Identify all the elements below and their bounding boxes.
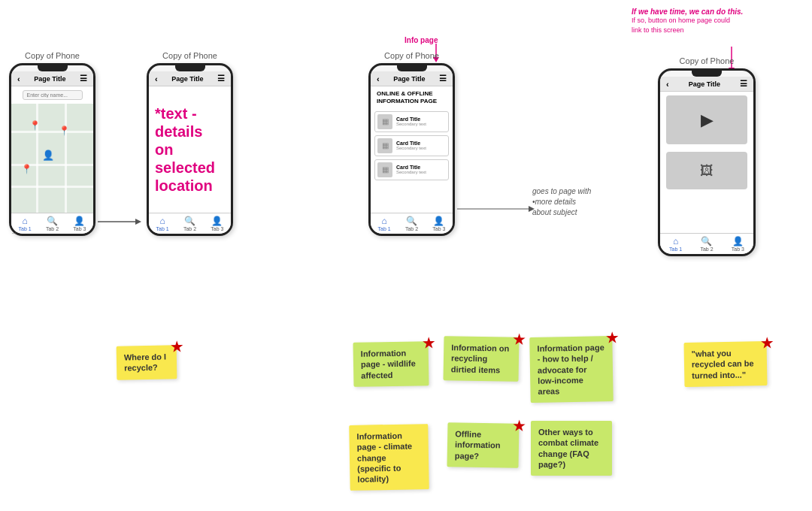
video-block[interactable]: ▶: [666, 95, 747, 144]
sticky2-text: Information page - wildlife affected: [361, 349, 416, 380]
phone3-notch: [397, 65, 427, 71]
map-pin-2[interactable]: 📍: [59, 125, 70, 136]
phone2-tab2[interactable]: 🔍 Tab 2: [183, 216, 196, 231]
phone4-title: Page Title: [689, 80, 720, 88]
phone3-tab2-label: Tab 2: [405, 226, 418, 231]
phone3-back[interactable]: ‹: [377, 74, 380, 83]
sticky-lowincome: Information page - how to help / advocat…: [529, 336, 614, 403]
sticky-offline: Offline information page? ★: [447, 422, 519, 468]
if-we-have-time-block: If we have time, we can do this. If so, …: [632, 8, 789, 35]
map-person: 👤: [42, 150, 54, 161]
phone4-menu[interactable]: ☰: [740, 79, 747, 89]
phone3-frame: ‹ Page Title ☰ ONLINE & OFFLINE INFORMAT…: [368, 63, 455, 236]
sticky4-star: ★: [606, 330, 618, 348]
sticky7-text: Other ways to combat climate change (FAQ…: [538, 428, 598, 469]
map-pin-1[interactable]: 📍: [29, 120, 41, 131]
phone1-menu[interactable]: ☰: [80, 74, 87, 83]
phone3-label: Copy of Phone: [384, 51, 439, 60]
phone3-body: ONLINE & OFFLINE INFORMATION PAGE ▦ Card…: [371, 86, 453, 213]
phone2-body: *text - details on selected location: [149, 86, 231, 213]
info-page-title: ONLINE & OFFLINE INFORMATION PAGE: [371, 86, 453, 110]
phone4-tab1-label: Tab 1: [669, 246, 682, 252]
card3-sub: Secondary text: [396, 170, 426, 174]
phone1-title: Page Title: [34, 75, 65, 83]
phone1-tab3[interactable]: 👤 Tab 3: [73, 216, 86, 231]
phone2-tab3[interactable]: 👤 Tab 3: [211, 216, 223, 231]
info-card-3[interactable]: ▦ Card Title Secondary text: [374, 159, 449, 180]
phone1-tab1[interactable]: ⌂ Tab 1: [19, 216, 32, 231]
card3-title: Card Title: [396, 165, 426, 170]
phone2-frame: ‹ Page Title ☰ *text - details on select…: [147, 63, 233, 236]
phone3-tab2[interactable]: 🔍 Tab 2: [405, 216, 418, 231]
arrow-phone1-phone2: [98, 210, 143, 233]
sticky-where-recycle: Where do I recycle? ★: [117, 345, 177, 379]
phone2-footer: ⌂ Tab 1 🔍 Tab 2 👤 Tab 3: [149, 213, 231, 234]
phone2-tab1[interactable]: ⌂ Tab 1: [156, 216, 169, 231]
home-icon: ⌂: [23, 216, 28, 226]
phone2-title: Page Title: [171, 75, 203, 83]
sticky-climate: Information page - climate change (speci…: [349, 424, 429, 491]
phone1-back[interactable]: ‹: [17, 74, 20, 83]
phone2-header: ‹ Page Title ☰: [149, 71, 231, 86]
sticky1-star: ★: [170, 339, 182, 357]
phone1-tab3-label: Tab 3: [73, 226, 86, 231]
person-icon2: 👤: [211, 216, 223, 226]
card2-title: Card Title: [396, 141, 426, 146]
phone3-footer: ⌂ Tab 1 🔍 Tab 2 👤 Tab 3: [371, 213, 453, 234]
sticky3-text: Information on recycling dirtied items: [451, 343, 510, 374]
card1-sub: Secondary text: [396, 122, 426, 126]
phone4-body: ▶ 🖼: [660, 92, 753, 233]
person-icon4: 👤: [732, 236, 744, 246]
phone1-footer: ⌂ Tab 1 🔍 Tab 2 👤 Tab 3: [11, 213, 93, 234]
search-icon2: 🔍: [184, 216, 195, 226]
phone3-title: Page Title: [393, 75, 425, 83]
phone4-notch: [692, 71, 722, 77]
phone3-tab3[interactable]: 👤 Tab 3: [432, 216, 445, 231]
sticky8-star: ★: [760, 335, 772, 353]
play-icon: ▶: [701, 110, 714, 130]
sticky-faq: Other ways to combat climate change (FAQ…: [531, 421, 612, 476]
phone3-tab1[interactable]: ⌂ Tab 1: [378, 216, 391, 231]
map-pin-3[interactable]: 📍: [21, 164, 32, 174]
phone4-tab3[interactable]: 👤 Tab 3: [732, 236, 744, 252]
if-we-have-time-label: If we have time, we can do this.: [632, 8, 789, 16]
search-icon: 🔍: [47, 216, 58, 226]
phone1-notch: [38, 65, 68, 71]
card2-sub: Secondary text: [396, 146, 426, 150]
phone3-header: ‹ Page Title ☰: [371, 71, 453, 86]
if-so-button-label: If so, button on home page couldlink to …: [632, 16, 789, 35]
home-icon2: ⌂: [160, 216, 165, 226]
sticky8-text: "what you recycled can be turned into...…: [692, 349, 754, 380]
phone1-tab2[interactable]: 🔍 Tab 2: [46, 216, 59, 231]
phone2-tab3-label: Tab 3: [211, 226, 223, 231]
phone4-tab1[interactable]: ⌂ Tab 1: [669, 236, 682, 252]
image-icon: 🖼: [700, 163, 714, 179]
phone2-back[interactable]: ‹: [155, 74, 158, 83]
phone2-menu[interactable]: ☰: [217, 74, 225, 83]
sticky4-text: Information page - how to help / advocat…: [537, 343, 604, 396]
svg-marker-1: [135, 219, 141, 225]
goes-to-page-arrow: [457, 201, 536, 216]
sticky6-text: Offline information page?: [455, 429, 501, 460]
image-block[interactable]: 🖼: [666, 152, 747, 189]
phone2-tab2-label: Tab 2: [183, 226, 196, 231]
search-input[interactable]: [23, 90, 83, 100]
phone4-tab2[interactable]: 🔍 Tab 2: [700, 236, 713, 252]
phone4-label: Copy of Phone: [680, 56, 735, 65]
card3-thumb: ▦: [377, 162, 392, 177]
sticky1-text: Where do I recycle?: [124, 352, 166, 373]
phone-3: Copy of Phone ‹ Page Title ☰ ONLINE & OF…: [368, 51, 455, 236]
info-page-label: Info page: [404, 36, 438, 44]
phone1-label: Copy of Phone: [25, 51, 80, 60]
card1-text: Card Title Secondary text: [396, 116, 426, 126]
phone-2: Copy of Phone ‹ Page Title ☰ *text - det…: [147, 51, 233, 236]
phone4-back[interactable]: ‹: [666, 80, 669, 89]
phone3-menu[interactable]: ☰: [439, 74, 447, 83]
search-icon4: 🔍: [701, 236, 712, 246]
phone2-notch: [175, 65, 205, 71]
card2-text: Card Title Secondary text: [396, 141, 426, 150]
goes-to-page-annotation: goes to page with•more detailsabout subj…: [532, 186, 615, 218]
phone-4: Copy of Phone ‹ Page Title ☰ ▶ 🖼 ⌂ Tab 1…: [658, 56, 756, 256]
info-card-2[interactable]: ▦ Card Title Secondary text: [374, 135, 449, 156]
info-card-1[interactable]: ▦ Card Title Secondary text: [374, 111, 449, 132]
